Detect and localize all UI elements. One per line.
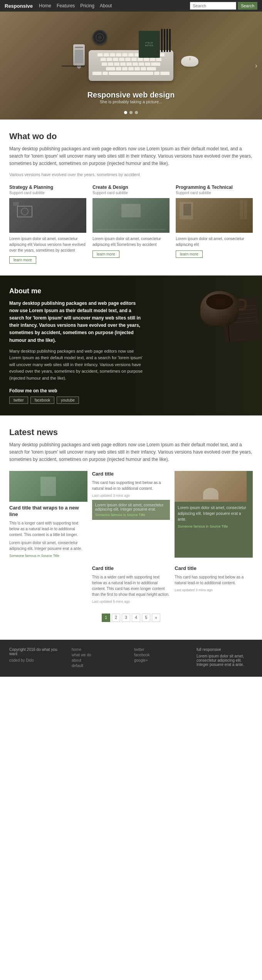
nav-about[interactable]: About [100, 3, 112, 8]
news-card-3-author-link[interactable]: Someone famous in Source Title [178, 524, 228, 528]
twitter-button[interactable]: twitter [9, 397, 28, 404]
dot-2[interactable] [129, 111, 133, 114]
key [101, 58, 106, 62]
search-button[interactable]: Search [238, 2, 257, 10]
news-card-4-text: This is a wider card with supporting tex… [92, 574, 170, 597]
key [150, 58, 155, 62]
page-2[interactable]: 2 [112, 614, 120, 622]
news-card-2: Card title This card has supporting text… [92, 471, 170, 558]
footer-link-home[interactable]: home [72, 647, 128, 652]
key [107, 58, 112, 62]
page-4[interactable]: 4 [132, 614, 140, 622]
notebook-icon: FIELDNOTES [139, 31, 160, 58]
key [128, 67, 134, 71]
card-3: Programming & Technical Support card sub… [176, 185, 253, 264]
hero-subtitle: She is probably taking a picture... [0, 99, 262, 104]
news-card-4-meta: Last updated 5 mins ago [92, 600, 170, 603]
about-text-2: Many desktop publishing packages and web… [9, 348, 143, 382]
news-card-5-meta: Last updated 3 mins ago [175, 588, 253, 592]
footer-link-twitter[interactable]: twitter [134, 647, 190, 652]
key [154, 72, 160, 76]
footer-link-default[interactable]: default [72, 664, 128, 668]
key [116, 67, 121, 71]
key [122, 53, 128, 57]
coffee-cup-decoration [200, 291, 239, 326]
pen-2 [164, 29, 165, 52]
card-1-title: Strategy & Planning [9, 185, 86, 190]
news-card-2-title: Card title [92, 471, 170, 477]
about-title: About me [9, 287, 143, 295]
footer-col-1: Copyright 2016 do what you want coded by… [9, 647, 66, 669]
key [133, 62, 138, 66]
key [141, 67, 146, 71]
key-enter [151, 62, 160, 66]
card-3-text: Lorem ipsum dolor sit amet, consectetur … [176, 236, 253, 247]
footer-full-responsive: full responsive [196, 647, 253, 652]
card-2-title: Create & Design [92, 185, 170, 190]
page-1[interactable]: 1 [102, 614, 110, 622]
hero-caption: Responsive web design She is probably ta… [0, 91, 262, 104]
search-form: Search [190, 2, 257, 10]
news-card-2-highlight: Lorem ipsum dolor sit amet, consectetur … [92, 500, 170, 520]
card-2-learn-more[interactable]: learn more [92, 250, 119, 258]
follow-title: Follow me on the web [9, 388, 143, 393]
mouse-icon [181, 56, 198, 67]
card-2: Create & Design Support card subtitle Lo… [92, 185, 170, 264]
youtube-button[interactable]: youtube [57, 397, 79, 404]
latest-news-section: Latest news Many desktop publishing pack… [0, 416, 262, 640]
key [113, 58, 118, 62]
key [92, 72, 102, 76]
nav-pricing[interactable]: Pricing [80, 3, 94, 8]
lens-icon [92, 30, 107, 45]
card-2-text: Lorem ipsum dolor sit amet, consectetur … [92, 236, 170, 247]
footer-coded-by[interactable]: coded by Dido [9, 658, 66, 662]
dot-3[interactable] [135, 111, 138, 114]
news-card-1-author: Someone famous in Source Title [9, 554, 87, 558]
brand-logo[interactable]: Responsive [5, 3, 33, 9]
footer-link-google[interactable]: google+ [134, 658, 190, 662]
about-section: About me Many desktop publishing package… [0, 276, 262, 415]
latest-news-desc: Many desktop publishing packages and web… [9, 441, 253, 464]
footer: Copyright 2016 do what you want coded by… [0, 640, 262, 677]
news-card-2-author-link[interactable]: Someone famous in Source Title [95, 513, 145, 517]
footer-link-about[interactable]: about [72, 658, 128, 662]
key [125, 58, 131, 62]
news-card-5-text: This card has supporting text below as a… [175, 574, 253, 586]
key [131, 58, 137, 62]
key [126, 62, 132, 66]
key [108, 62, 113, 66]
card-1-learn-more[interactable]: learn more [9, 256, 36, 264]
card-1-image [9, 198, 86, 233]
news-card-5: Card title This card has supporting text… [175, 565, 253, 606]
pen-1 [161, 29, 163, 52]
hero-next-arrow[interactable]: › [255, 62, 257, 70]
page-3[interactable]: 3 [122, 614, 130, 622]
key [139, 62, 144, 66]
phone-icon [73, 44, 85, 66]
news-card-1-text: This is a longer card with supporting te… [9, 520, 87, 538]
news-card-1-author-link[interactable]: Someone famous in Source Title [9, 554, 59, 558]
key [160, 72, 170, 76]
card-1-subtitle: Support card subtitle [9, 191, 86, 195]
key [110, 53, 115, 57]
search-input[interactable] [190, 2, 236, 10]
pen-3 [166, 29, 168, 52]
key-rshift [147, 67, 156, 71]
key [104, 53, 109, 57]
page-5[interactable]: 5 [142, 614, 150, 622]
nav-features[interactable]: Features [57, 3, 75, 8]
pagination: 1 2 3 4 5 » [9, 614, 253, 622]
key [102, 62, 107, 66]
nav-home[interactable]: Home [39, 3, 51, 8]
news-card-1: Card title that wraps to a new line This… [9, 471, 87, 558]
what-we-do-sub: Various versions have evolved over the y… [9, 172, 253, 177]
footer-link-facebook[interactable]: facebook [134, 653, 190, 657]
keyboard-icon [89, 50, 173, 81]
footer-link-what-we-do[interactable]: what we do [72, 653, 128, 657]
key [119, 58, 124, 62]
card-2-image [92, 198, 170, 233]
facebook-button[interactable]: facebook [30, 397, 55, 404]
card-3-learn-more[interactable]: learn more [176, 250, 203, 258]
page-next[interactable]: » [152, 614, 160, 622]
dot-1[interactable] [124, 111, 127, 114]
